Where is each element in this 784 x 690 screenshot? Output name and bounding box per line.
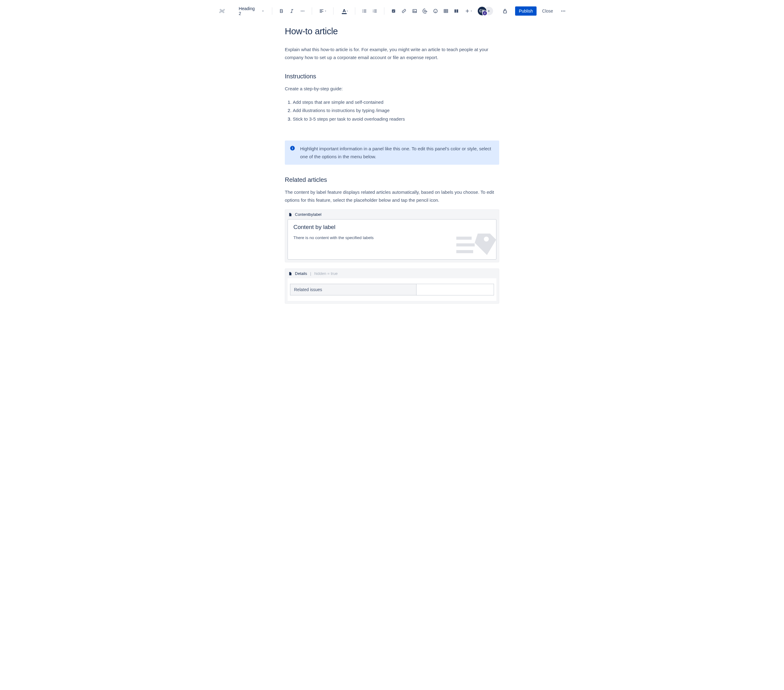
step-list[interactable]: Add steps that are simple and self-conta…: [285, 98, 499, 123]
svg-point-2: [303, 11, 305, 12]
bold-button[interactable]: [277, 7, 286, 16]
emoji-button[interactable]: [431, 7, 440, 16]
svg-point-1: [302, 11, 303, 12]
italic-icon: [289, 8, 295, 14]
confluence-logo: [216, 5, 228, 17]
info-panel[interactable]: Highlight important information in a pan…: [285, 141, 499, 165]
chevron-down-icon: [470, 10, 473, 13]
macro-header: Contentbylabel: [285, 210, 499, 219]
image-icon: [412, 8, 417, 14]
page-icon: [288, 271, 293, 276]
related-heading[interactable]: Related articles: [285, 176, 499, 183]
insert-button[interactable]: [463, 7, 474, 16]
close-button[interactable]: Close: [539, 7, 557, 16]
bullet-list-button[interactable]: [360, 7, 369, 16]
text-color-button[interactable]: A: [338, 7, 350, 16]
text-color-letter: A: [343, 8, 346, 13]
numbered-list-icon: 123: [372, 8, 377, 14]
publish-label: Publish: [519, 8, 533, 13]
more-horizontal-icon: [560, 8, 566, 14]
macro-name: Contentbylabel: [295, 212, 321, 217]
action-item-icon: [391, 8, 396, 14]
editor-toolbar: Heading 2 A 123: [211, 0, 573, 22]
page-icon: [288, 212, 293, 217]
table-button[interactable]: [441, 7, 450, 16]
collaborator-avatar[interactable]: CK C: [478, 7, 486, 15]
chevron-down-icon: [324, 10, 327, 13]
svg-rect-23: [292, 148, 293, 150]
chevron-down-icon: [346, 10, 349, 13]
toolbar-separator: [355, 7, 355, 15]
step-item[interactable]: Add illustrations to instructions by typ…: [293, 107, 499, 115]
link-icon: [401, 8, 407, 14]
confluence-icon: [218, 7, 226, 15]
svg-point-20: [563, 11, 563, 12]
svg-rect-17: [456, 10, 458, 13]
action-item-button[interactable]: [389, 7, 398, 16]
alignment-button[interactable]: [317, 7, 329, 16]
avatar-badge: C: [482, 10, 488, 16]
details-row-value[interactable]: [417, 284, 494, 295]
layouts-icon: [453, 8, 459, 14]
svg-point-21: [564, 11, 565, 12]
svg-rect-10: [413, 10, 417, 13]
numbered-list-button[interactable]: 123: [371, 7, 379, 16]
svg-point-19: [561, 11, 562, 12]
instructions-heading[interactable]: Instructions: [285, 73, 499, 80]
content-by-label-macro[interactable]: Contentbylabel Content by label There is…: [285, 209, 499, 262]
editor-more-button[interactable]: [558, 6, 568, 16]
restrictions-button[interactable]: [501, 6, 510, 16]
svg-point-0: [301, 11, 301, 12]
svg-point-24: [292, 147, 293, 148]
more-horizontal-icon: [300, 8, 305, 14]
bullet-list-icon: [362, 8, 367, 14]
svg-rect-26: [456, 243, 475, 246]
details-table[interactable]: Related issues: [290, 284, 494, 296]
publish-button[interactable]: Publish: [515, 7, 537, 16]
step-item[interactable]: Stick to 3-5 steps per task to avoid ove…: [293, 115, 499, 123]
toolbar-separator: [312, 7, 312, 15]
more-formatting-button[interactable]: [298, 7, 306, 16]
svg-point-28: [484, 237, 489, 242]
details-row-label[interactable]: Related issues: [290, 284, 417, 295]
svg-rect-27: [456, 250, 473, 253]
link-button[interactable]: [400, 7, 408, 16]
text-style-select[interactable]: Heading 2: [236, 5, 267, 17]
macro-body[interactable]: Content by label There is no content wit…: [288, 219, 496, 260]
emoji-icon: [433, 8, 438, 14]
editor-content[interactable]: How-to article Explain what this how-to …: [285, 22, 499, 319]
step-item[interactable]: Add steps that are simple and self-conta…: [293, 98, 499, 106]
label-decoration-icon: [453, 221, 496, 259]
svg-rect-16: [455, 10, 456, 13]
info-icon: [290, 145, 296, 160]
intro-paragraph[interactable]: Explain what this how-to article is for.…: [285, 46, 499, 61]
layouts-button[interactable]: [452, 7, 461, 16]
svg-text:3: 3: [373, 12, 374, 13]
bold-icon: [279, 8, 284, 14]
svg-point-14: [436, 10, 436, 11]
info-panel-text[interactable]: Highlight important information in a pan…: [300, 145, 494, 160]
macro-meta: hidden = true: [314, 271, 338, 276]
mention-button[interactable]: [421, 7, 429, 16]
plus-icon: [464, 8, 470, 14]
svg-point-5: [362, 12, 363, 13]
toolbar-separator: [272, 7, 272, 15]
image-button[interactable]: [410, 7, 418, 16]
related-text[interactable]: The content by label feature displays re…: [285, 188, 499, 204]
italic-button[interactable]: [288, 7, 296, 16]
mention-icon: [422, 8, 428, 14]
chevron-down-icon: [261, 9, 265, 13]
table-icon: [443, 8, 449, 14]
svg-point-3: [362, 10, 363, 10]
toolbar-separator: [384, 7, 384, 15]
svg-rect-25: [456, 237, 472, 240]
details-macro[interactable]: Details | hidden = true Related issues: [285, 268, 499, 304]
unlocked-icon: [502, 8, 508, 14]
page-title[interactable]: How-to article: [285, 26, 499, 36]
macro-name: Details: [295, 271, 307, 276]
macro-body[interactable]: Related issues: [288, 278, 496, 301]
instructions-lead[interactable]: Create a step-by-step guide:: [285, 85, 499, 93]
align-left-icon: [319, 8, 324, 14]
macro-header: Details | hidden = true: [285, 269, 499, 278]
svg-rect-18: [504, 11, 507, 13]
